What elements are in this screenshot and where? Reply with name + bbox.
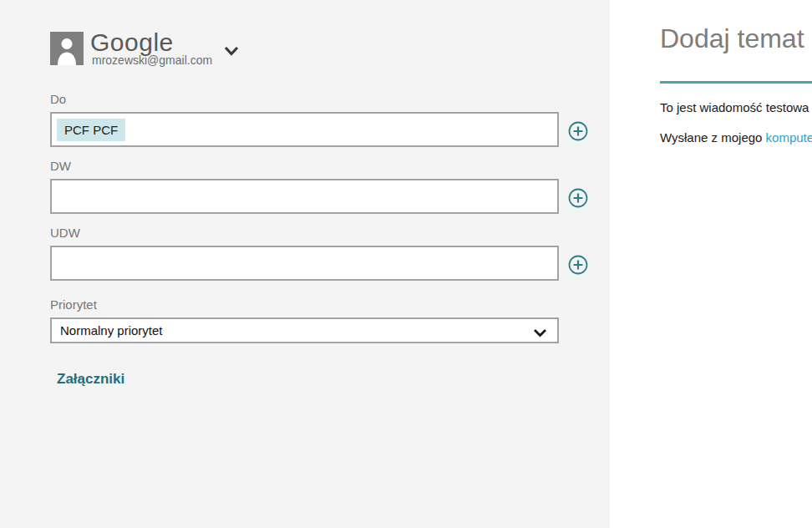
signature-link[interactable]: komputera: [766, 130, 812, 145]
to-label: Do: [50, 92, 66, 106]
person-icon: [50, 32, 84, 65]
add-cc-recipient-button[interactable]: [568, 188, 588, 208]
avatar: [50, 32, 84, 65]
account-name: Google: [90, 28, 174, 57]
bcc-input[interactable]: [50, 246, 559, 281]
account-selector[interactable]: Google mrozewski@gmail.com: [50, 32, 242, 67]
subject-divider: [660, 81, 812, 84]
attachments-link[interactable]: Załączniki: [57, 371, 124, 388]
plus-circle-icon: [568, 121, 588, 141]
cc-input[interactable]: [50, 179, 559, 214]
priority-select[interactable]: Normalny priorytet: [50, 317, 559, 343]
message-body-line[interactable]: To jest wiadomość testowa z: [660, 100, 812, 114]
chevron-down-icon: [533, 327, 547, 341]
bcc-label: UDW: [50, 226, 80, 240]
compose-form-panel: Google mrozewski@gmail.com Do PCF PCF DW…: [0, 0, 610, 528]
account-email: mrozewski@gmail.com: [92, 53, 212, 67]
add-bcc-recipient-button[interactable]: [568, 255, 588, 275]
to-input[interactable]: PCF PCF: [50, 112, 559, 147]
chevron-down-icon[interactable]: [224, 45, 239, 60]
plus-circle-icon: [568, 188, 588, 208]
subject-field[interactable]: Dodaj temat: [660, 23, 804, 54]
message-body-panel: Dodaj temat To jest wiadomość testowa z …: [610, 0, 812, 528]
message-signature-line[interactable]: Wysłane z mojego komputera: [660, 130, 812, 145]
plus-circle-icon: [568, 255, 588, 275]
add-to-recipient-button[interactable]: [568, 121, 588, 141]
priority-label: Priorytet: [50, 297, 97, 312]
recipient-chip[interactable]: PCF PCF: [57, 119, 125, 141]
priority-value: Normalny priorytet: [60, 323, 163, 338]
signature-text: Wysłane z mojego: [660, 130, 766, 145]
cc-label: DW: [50, 159, 71, 173]
